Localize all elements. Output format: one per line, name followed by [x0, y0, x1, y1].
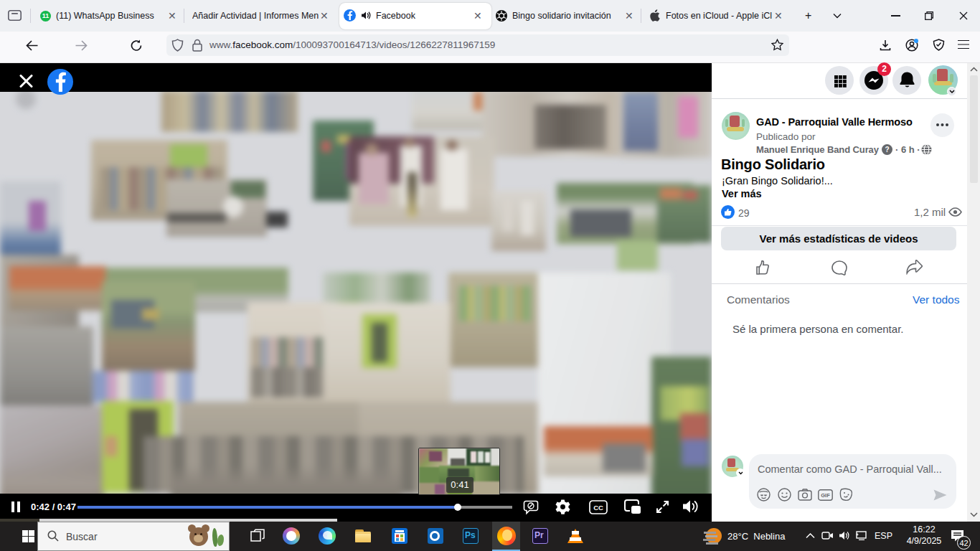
- svg-text:?: ?: [885, 146, 889, 154]
- svg-text:CC: CC: [593, 504, 603, 512]
- svg-text:GIF: GIF: [821, 492, 830, 499]
